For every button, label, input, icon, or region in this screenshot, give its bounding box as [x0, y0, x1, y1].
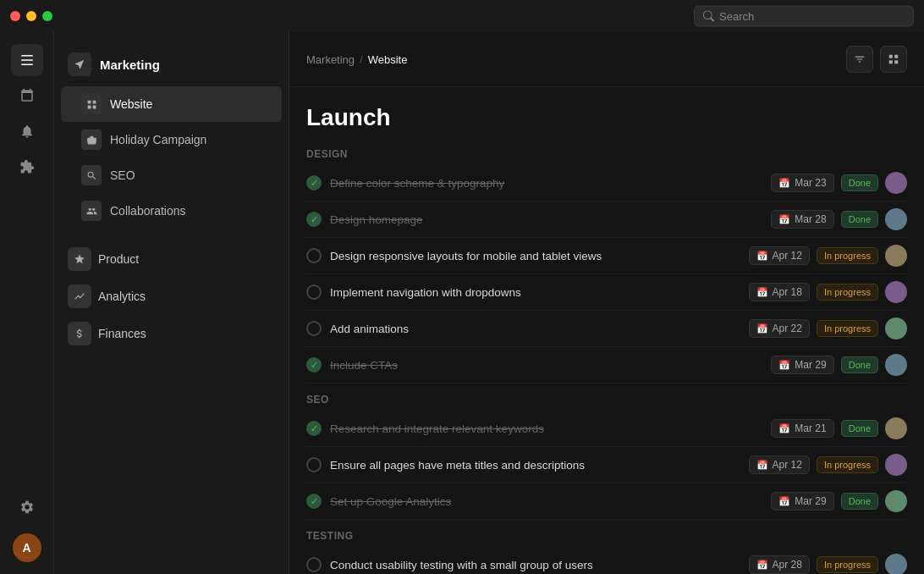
status-badge: In progress: [817, 284, 878, 301]
task-name: Add animations: [330, 323, 740, 335]
task-check[interactable]: [306, 357, 322, 373]
task-meta: 📅 Apr 18 In progress: [749, 281, 907, 303]
task-avatar: [885, 417, 907, 439]
task-row: Add animations 📅 Apr 22 In progress: [306, 311, 907, 347]
calendar-view-button[interactable]: [11, 80, 43, 112]
content-header: Marketing / Website: [289, 32, 924, 87]
date-value: Mar 23: [795, 177, 826, 189]
list-view-button[interactable]: [11, 44, 43, 76]
section-testing-label: Testing: [306, 520, 907, 547]
nav-group-analytics[interactable]: Analytics: [54, 276, 289, 313]
calendar-icon: 📅: [756, 460, 768, 471]
task-row: Conduct usability testing with a small g…: [306, 547, 907, 574]
holiday-nav-icon: [81, 130, 102, 150]
status-badge: Done: [841, 420, 878, 437]
task-date: 📅 Mar 28: [771, 210, 833, 229]
section-title: Marketing: [100, 58, 160, 72]
search-bar[interactable]: [694, 6, 914, 27]
nav-group-finances[interactable]: Finances: [54, 313, 289, 350]
settings-button[interactable]: [11, 491, 43, 523]
nav-item-website-label: Website: [110, 97, 152, 111]
grid-view-button[interactable]: [880, 46, 907, 73]
task-date: 📅 Apr 12: [749, 246, 810, 265]
task-check[interactable]: [306, 457, 322, 472]
task-avatar: [885, 208, 907, 230]
task-name: Implement navigation with dropdowns: [330, 286, 740, 299]
status-badge: In progress: [817, 456, 878, 473]
analytics-group-title: Analytics: [98, 290, 146, 303]
puzzle-icon: [19, 159, 35, 174]
user-avatar[interactable]: A: [13, 533, 41, 562]
search-icon: [703, 11, 714, 22]
breadcrumb-separator: /: [360, 53, 363, 66]
task-name: Ensure all pages have meta titles and de…: [330, 459, 740, 472]
task-name: Research and integrate relevant keywords: [330, 422, 762, 435]
search-input[interactable]: [719, 10, 905, 23]
close-button[interactable]: [10, 11, 20, 21]
date-value: Apr 12: [773, 459, 802, 471]
finances-group-icon: [68, 322, 91, 345]
calendar-icon: [19, 88, 35, 103]
page-title-area: Launch: [289, 87, 924, 138]
page-title: Launch: [306, 104, 907, 131]
grid-icon: [888, 53, 899, 65]
header-actions: [846, 46, 907, 73]
task-check[interactable]: [306, 175, 322, 190]
calendar-icon: 📅: [756, 323, 768, 334]
task-meta: 📅 Apr 12 In progress: [749, 454, 907, 476]
nav-item-website[interactable]: Website: [61, 86, 282, 122]
task-check[interactable]: [306, 494, 322, 509]
task-date: 📅 Apr 22: [749, 319, 810, 338]
list-icon: [19, 52, 35, 68]
calendar-icon: 📅: [778, 496, 790, 507]
task-meta: 📅 Mar 21 Done: [771, 417, 907, 439]
task-check[interactable]: [306, 557, 322, 572]
nav-item-holiday-campaign[interactable]: Holiday Campaign: [61, 122, 282, 157]
settings-icon: [19, 499, 35, 515]
status-badge: Done: [841, 493, 878, 510]
section-seo-label: SEO: [306, 384, 907, 411]
date-value: Apr 12: [773, 250, 802, 262]
task-meta: 📅 Apr 22 In progress: [749, 317, 907, 339]
minimize-button[interactable]: [26, 11, 36, 21]
status-badge: In progress: [817, 247, 878, 264]
task-name: Design homepage: [330, 213, 762, 226]
filter-button[interactable]: [846, 46, 873, 73]
nav-item-collaborations[interactable]: Collaborations: [61, 193, 282, 229]
status-badge: Done: [841, 174, 878, 191]
task-date: 📅 Mar 29: [771, 492, 833, 511]
integrations-button[interactable]: [11, 151, 43, 183]
status-badge: Done: [841, 356, 878, 373]
date-value: Mar 29: [795, 495, 826, 507]
task-avatar: [885, 354, 907, 376]
section-design-label: Design: [306, 138, 907, 165]
task-meta: 📅 Mar 29 Done: [771, 354, 907, 376]
main-content: Marketing / Website Launch: [289, 32, 924, 574]
task-check[interactable]: [306, 421, 322, 436]
calendar-icon: 📅: [756, 287, 768, 298]
nav-item-seo[interactable]: SEO: [61, 157, 282, 193]
nav-group-product[interactable]: Product: [54, 239, 289, 276]
task-check[interactable]: [306, 321, 322, 336]
task-avatar: [885, 317, 907, 339]
task-check[interactable]: [306, 248, 322, 263]
date-value: Apr 18: [773, 286, 802, 298]
section-header: Marketing: [54, 46, 289, 86]
status-badge: In progress: [817, 320, 878, 337]
date-value: Mar 28: [795, 213, 826, 225]
notifications-button[interactable]: [11, 115, 43, 147]
date-value: Apr 22: [773, 323, 802, 334]
task-check[interactable]: [306, 284, 322, 300]
task-name: Define color scheme & typography: [330, 177, 762, 190]
task-row: Set up Google Analytics 📅 Mar 29 Done: [306, 483, 907, 520]
task-check[interactable]: [306, 212, 322, 227]
calendar-icon: 📅: [778, 178, 790, 189]
task-date: 📅 Mar 29: [771, 356, 833, 374]
website-nav-icon: [81, 94, 102, 114]
task-name: Include CTAs: [330, 359, 762, 372]
task-date: 📅 Mar 23: [771, 174, 833, 192]
task-date: 📅 Apr 28: [749, 555, 810, 574]
maximize-button[interactable]: [42, 11, 52, 21]
task-meta: 📅 Mar 28 Done: [771, 208, 907, 230]
calendar-icon: 📅: [756, 560, 768, 571]
